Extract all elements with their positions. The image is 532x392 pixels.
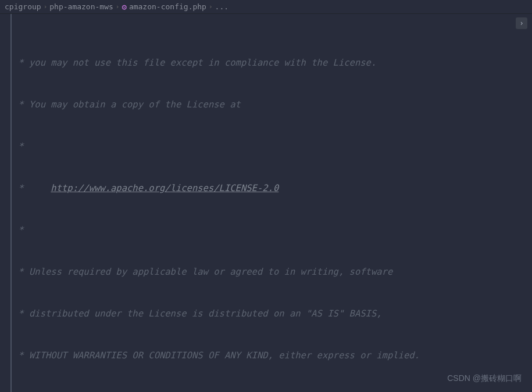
comment-text: * Unless required by applicable law or a… bbox=[13, 265, 392, 279]
watermark-text: CSDN @搬砖糊口啊 bbox=[447, 373, 522, 384]
comment-text: * you may not use this file except in co… bbox=[13, 56, 376, 70]
breadcrumb: cpigroup › php-amazon-mws › ⚙amazon-conf… bbox=[0, 0, 532, 14]
php-class-icon: ⚙ bbox=[122, 2, 126, 12]
breadcrumb-item[interactable]: cpigroup bbox=[5, 2, 41, 11]
chevron-right-icon: › bbox=[209, 3, 213, 10]
breadcrumb-item[interactable]: ... bbox=[215, 2, 228, 11]
comment-text: * WITHOUT WARRANTIES OR CONDITIONS OF AN… bbox=[13, 348, 420, 362]
comment-text: * bbox=[13, 181, 51, 195]
license-url-link[interactable]: http://www.apache.org/licenses/LICENSE-2… bbox=[51, 181, 279, 195]
comment-text: * bbox=[13, 139, 24, 153]
breadcrumb-item[interactable]: ⚙amazon-config.php bbox=[122, 2, 206, 12]
chevron-right-icon: › bbox=[44, 3, 48, 10]
comment-text: * bbox=[13, 223, 24, 237]
breadcrumb-item[interactable]: php-amazon-mws bbox=[49, 2, 113, 11]
indent-guide bbox=[10, 14, 12, 392]
chevron-right-icon: › bbox=[116, 3, 120, 10]
code-editor[interactable]: * you may not use this file except in co… bbox=[0, 14, 532, 392]
comment-text: * distributed under the License is distr… bbox=[13, 307, 382, 321]
comment-text: * You may obtain a copy of the License a… bbox=[13, 98, 241, 112]
